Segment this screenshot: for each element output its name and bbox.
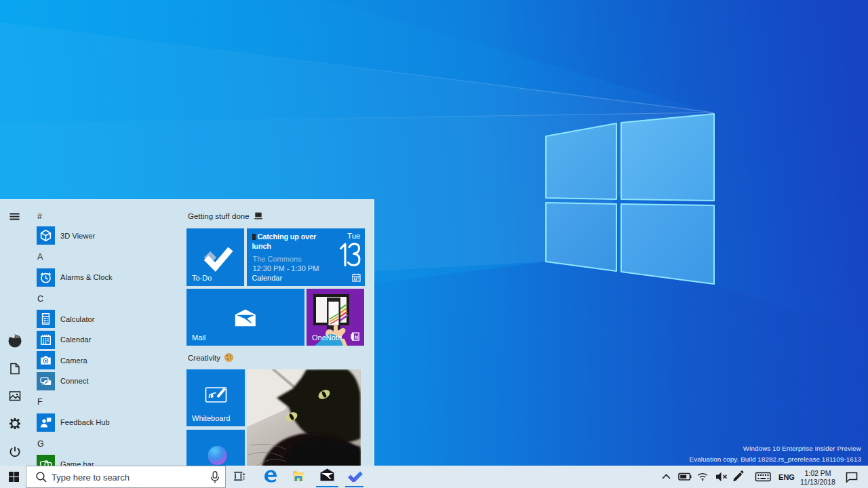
svg-text:N: N	[355, 335, 358, 340]
svg-text:1:02 PM: 1:02 PM	[804, 469, 831, 477]
svg-text:11/13/2018: 11/13/2018	[800, 478, 835, 486]
svg-text:ENG: ENG	[778, 473, 795, 481]
